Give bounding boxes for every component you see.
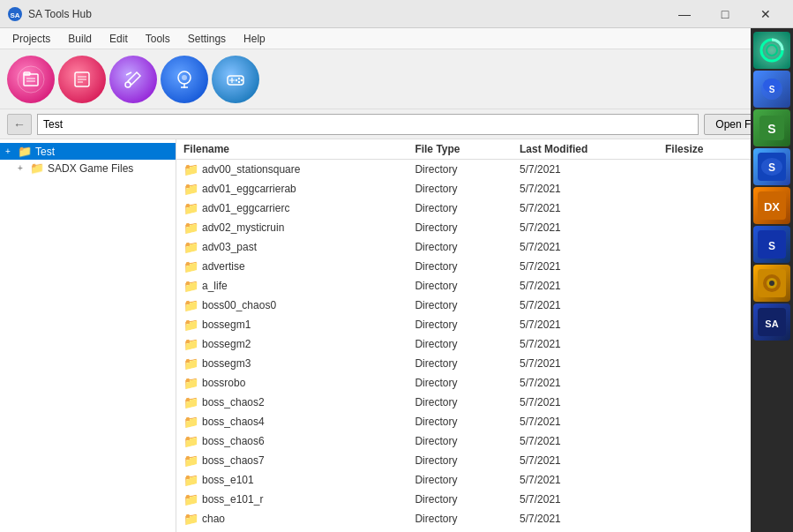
file-name-text: adv00_stationsquare (202, 163, 300, 176)
file-name-cell: 📁bossrobo (176, 373, 408, 393)
menu-item-edit[interactable]: Edit (101, 31, 137, 47)
gamepad-tool-button[interactable] (212, 56, 259, 103)
side-icon-speaker[interactable] (753, 265, 790, 302)
table-row[interactable]: 📁adv02_mysticruinDirectory5/7/2021 (176, 218, 751, 237)
file-name-text: boss_chaos2 (202, 396, 265, 408)
file-type-cell: Directory (408, 431, 512, 451)
table-row[interactable]: 📁boss_chaos4Directory5/7/2021 (176, 412, 751, 431)
maximize-button[interactable]: □ (705, 0, 745, 28)
menu-item-build[interactable]: Build (59, 31, 101, 47)
tree-folder-icon: 📁 (18, 145, 32, 158)
folder-icon: 📁 (183, 201, 198, 215)
file-name-cell: 📁bossegm2 (176, 334, 408, 354)
col-lastmodified[interactable]: Last Modified (512, 139, 658, 160)
table-row[interactable]: 📁advertiseDirectory5/7/2021 (176, 257, 751, 276)
file-size-cell (658, 412, 751, 431)
file-size-cell (658, 393, 751, 412)
title-controls: — □ ✕ (664, 0, 786, 28)
build-tool-button[interactable] (58, 56, 106, 103)
table-row[interactable]: 📁boss00_chaos0Directory5/7/2021 (176, 296, 751, 315)
file-size-cell (658, 160, 751, 180)
file-name-text: adv03_past (202, 241, 257, 253)
table-row[interactable]: 📁bossroboDirectory5/7/2021 (176, 373, 751, 393)
col-filetype[interactable]: File Type (408, 139, 512, 160)
file-size-cell (658, 218, 751, 237)
table-row[interactable]: 📁adv00_stationsquareDirectory5/7/2021 (176, 160, 751, 180)
menu-item-help[interactable]: Help (235, 31, 274, 47)
col-filename[interactable]: Filename (176, 139, 408, 160)
file-size-cell (658, 509, 751, 528)
sadxmod-tool-button[interactable] (161, 56, 208, 103)
table-row[interactable]: 📁adv03_pastDirectory5/7/2021 (176, 237, 751, 257)
file-type-cell: Directory (408, 276, 512, 296)
file-name-cell: 📁adv01_eggcarrierab (176, 179, 408, 199)
file-date-cell: 5/7/2021 (512, 296, 658, 315)
svg-text:S: S (768, 240, 775, 252)
side-icon-sonic-4[interactable]: SA (753, 303, 790, 341)
file-date-cell: 5/7/2021 (512, 179, 658, 199)
tools-tool-button[interactable] (109, 56, 157, 103)
table-row[interactable]: 📁bossegm2Directory5/7/2021 (176, 334, 751, 354)
file-size-cell (658, 451, 751, 470)
file-type-cell: Directory (408, 412, 512, 431)
folder-icon: 📁 (183, 415, 198, 429)
file-name-text: bossegm3 (202, 357, 251, 370)
table-row[interactable]: 📁a_lifeDirectory5/7/2021 (176, 276, 751, 296)
side-icon-sonic-blue[interactable]: S (753, 148, 790, 185)
svg-point-23 (236, 79, 237, 80)
table-row[interactable]: 📁CodeDirectory5/7/2021 (176, 528, 751, 532)
file-type-cell: Directory (408, 296, 512, 315)
menu-item-settings[interactable]: Settings (179, 31, 235, 47)
folder-icon: 📁 (183, 395, 198, 409)
file-name-cell: 📁chao (176, 509, 408, 528)
file-size-cell (658, 276, 751, 296)
table-row[interactable]: 📁boss_e101Directory5/7/2021 (176, 470, 751, 490)
svg-point-22 (238, 80, 240, 82)
svg-point-16 (182, 75, 187, 80)
file-name-text: chao (202, 513, 225, 525)
app-icon: SA (7, 6, 23, 22)
folder-icon: 📁 (183, 512, 198, 526)
folder-icon: 📁 (183, 259, 198, 273)
table-row[interactable]: 📁chaoDirectory5/7/2021 (176, 509, 751, 528)
file-table: Filename File Type Last Modified Filesiz… (176, 139, 751, 532)
back-button[interactable]: ← (7, 114, 32, 135)
table-header-row: Filename File Type Last Modified Filesiz… (176, 139, 751, 160)
tree-folder-icon: 📁 (30, 161, 44, 175)
side-icon-sonic-1[interactable]: S (753, 71, 790, 108)
file-date-cell: 5/7/2021 (512, 334, 658, 354)
table-row[interactable]: 📁boss_chaos2Directory5/7/2021 (176, 393, 751, 412)
file-type-cell: Directory (408, 509, 512, 528)
side-icon-refresh[interactable] (753, 32, 790, 69)
side-icon-dx[interactable]: DX (753, 187, 790, 224)
file-name-text: boss00_chaos0 (202, 299, 276, 311)
side-icon-sonic-3[interactable]: S (753, 226, 790, 263)
side-icon-sonic-2[interactable]: S (753, 109, 790, 146)
table-row[interactable]: 📁boss_e101_rDirectory5/7/2021 (176, 490, 751, 509)
file-name-cell: 📁boss00_chaos0 (176, 296, 408, 315)
table-row[interactable]: 📁boss_chaos6Directory5/7/2021 (176, 431, 751, 451)
table-row[interactable]: 📁adv01_eggcarrierabDirectory5/7/2021 (176, 179, 751, 199)
col-filesize[interactable]: Filesize (658, 139, 751, 160)
file-name-cell: 📁adv01_eggcarrierc (176, 199, 408, 218)
menu-item-projects[interactable]: Projects (4, 31, 59, 47)
file-name-text: boss_chaos4 (202, 416, 265, 428)
file-size-cell (658, 237, 751, 257)
file-name-cell: 📁bossegm3 (176, 354, 408, 373)
table-row[interactable]: 📁bossegm1Directory5/7/2021 (176, 315, 751, 334)
svg-text:S: S (767, 122, 775, 136)
table-row[interactable]: 📁adv01_eggcarriercDirectory5/7/2021 (176, 199, 751, 218)
close-button[interactable]: ✕ (745, 0, 786, 28)
table-row[interactable]: 📁boss_chaos7Directory5/7/2021 (176, 451, 751, 470)
tree-item-sadx-game-files[interactable]: +📁SADX Game Files (0, 160, 176, 176)
tree-item-test[interactable]: +📁Test (0, 143, 176, 160)
menu-item-tools[interactable]: Tools (137, 31, 179, 47)
table-row[interactable]: 📁bossegm3Directory5/7/2021 (176, 354, 751, 373)
toolbar (0, 49, 793, 109)
file-name-cell: 📁boss_chaos6 (176, 431, 408, 451)
path-input[interactable] (37, 114, 699, 135)
file-size-cell (658, 373, 751, 393)
file-date-cell: 5/7/2021 (512, 490, 658, 509)
projects-tool-button[interactable] (7, 56, 55, 103)
minimize-button[interactable]: — (664, 0, 705, 28)
